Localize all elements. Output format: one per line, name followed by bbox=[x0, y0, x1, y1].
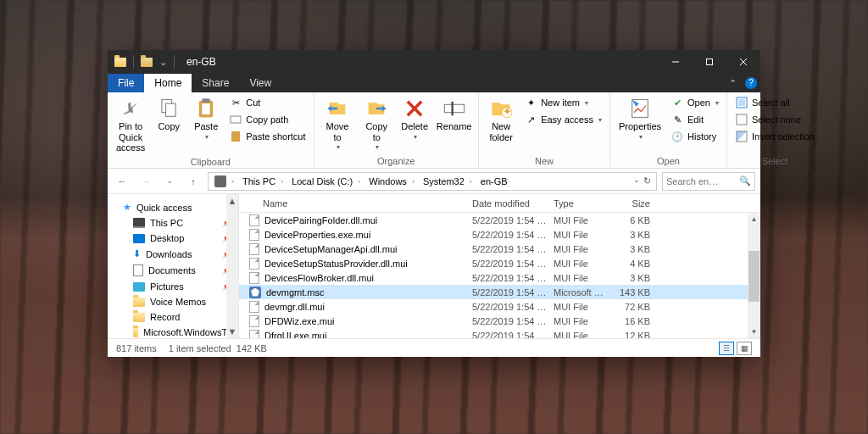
ribbon: Pin to Quick access Copy Paste ▾ ✂Cut Co… bbox=[108, 92, 760, 169]
nav-scrollbar[interactable]: ▲▼ bbox=[226, 194, 238, 338]
breadcrumb-item[interactable]: Windows› bbox=[364, 176, 419, 186]
group-label: Select bbox=[732, 154, 817, 168]
file-row[interactable]: devmgmt.msc5/22/2019 1:54 …Microsoft …14… bbox=[239, 285, 760, 299]
scroll-down-icon[interactable]: ▼ bbox=[748, 326, 760, 338]
easy-access-icon: ↗ bbox=[524, 113, 537, 126]
file-row[interactable]: DfrgUI.exe.mui5/22/2019 1:54 …MUI File12… bbox=[239, 328, 760, 338]
address-dropdown-icon[interactable]: ⌄ bbox=[633, 175, 640, 186]
select-all-icon bbox=[735, 96, 748, 109]
tab-view[interactable]: View bbox=[239, 74, 281, 92]
breadcrumb-root[interactable]: › bbox=[210, 175, 238, 187]
file-icon bbox=[249, 330, 259, 339]
easy-access-button[interactable]: ↗Easy access▾ bbox=[521, 112, 604, 127]
open-button[interactable]: ✔Open▾ bbox=[668, 95, 721, 110]
tab-share[interactable]: Share bbox=[192, 74, 239, 92]
forward-button[interactable]: → bbox=[136, 172, 155, 191]
close-button[interactable] bbox=[726, 50, 760, 74]
copy-path-button[interactable]: Copy path bbox=[226, 112, 308, 127]
column-type[interactable]: Type bbox=[554, 198, 615, 209]
copy-to-button[interactable]: Copy to▾ bbox=[359, 95, 394, 153]
titlebar[interactable]: ⌄ en-GB bbox=[108, 50, 760, 74]
paste-button[interactable]: Paste ▾ bbox=[189, 95, 223, 142]
rename-button[interactable]: Rename bbox=[435, 95, 473, 134]
file-row[interactable]: DeviceSetupManagerApi.dll.mui5/22/2019 1… bbox=[239, 242, 760, 256]
recent-locations-button[interactable]: ⌄ bbox=[160, 172, 179, 191]
search-box[interactable]: 🔍 bbox=[662, 172, 755, 191]
column-headers[interactable]: Name Date modified Type Size bbox=[239, 194, 760, 213]
qat-overflow-icon[interactable]: ⌄ bbox=[159, 57, 167, 68]
column-date[interactable]: Date modified bbox=[472, 198, 554, 209]
properties-button[interactable]: Properties▾ bbox=[615, 95, 665, 142]
nav-quick-access[interactable]: ★Quick access bbox=[108, 199, 238, 215]
file-row[interactable]: DeviceProperties.exe.mui5/22/2019 1:54 …… bbox=[239, 227, 760, 242]
pin-to-quick-access-button[interactable]: Pin to Quick access bbox=[113, 95, 148, 155]
group-label: Clipboard bbox=[113, 155, 309, 169]
file-row[interactable]: DeviceSetupStatusProvider.dll.mui5/22/20… bbox=[239, 256, 760, 270]
tab-home[interactable]: Home bbox=[144, 74, 192, 92]
separator bbox=[133, 55, 134, 69]
explorer-window: ⌄ en-GB File Home Share View ⌃ ? Pin to … bbox=[108, 50, 760, 357]
copy-button[interactable]: Copy bbox=[152, 95, 186, 134]
nav-item[interactable]: Documents📌 bbox=[108, 262, 238, 279]
invert-selection-button[interactable]: Invert selection bbox=[732, 129, 817, 144]
file-row[interactable]: DevicesFlowBroker.dll.mui5/22/2019 1:54 … bbox=[239, 270, 760, 285]
nav-item[interactable]: Voice Memos bbox=[108, 294, 238, 309]
group-label: Organize bbox=[320, 154, 474, 168]
select-none-button[interactable]: Select none bbox=[732, 112, 817, 127]
edit-button[interactable]: ✎Edit bbox=[668, 112, 721, 127]
minimize-button[interactable] bbox=[659, 50, 693, 74]
breadcrumb-item[interactable]: en-GB bbox=[476, 176, 512, 186]
nav-item[interactable]: This PC📌 bbox=[108, 215, 238, 231]
copy-to-icon bbox=[364, 97, 389, 120]
nav-item[interactable]: Pictures📌 bbox=[108, 279, 238, 294]
file-row[interactable]: DFDWiz.exe.mui5/22/2019 1:54 …MUI File16… bbox=[239, 314, 760, 328]
ribbon-collapse-icon[interactable]: ⌃ bbox=[723, 74, 742, 92]
breadcrumb-item[interactable]: System32› bbox=[419, 176, 476, 186]
chevron-down-icon: ▾ bbox=[205, 133, 209, 141]
paste-icon bbox=[193, 97, 219, 120]
scroll-up-icon[interactable]: ▲ bbox=[748, 213, 760, 225]
tab-file[interactable]: File bbox=[108, 74, 144, 92]
file-icon bbox=[249, 315, 259, 327]
scroll-thumb[interactable] bbox=[748, 251, 760, 302]
nav-item[interactable]: ⬇Downloads📌 bbox=[108, 246, 238, 262]
properties-icon bbox=[627, 97, 653, 120]
nav-item[interactable]: Desktop📌 bbox=[108, 231, 238, 246]
move-to-button[interactable]: Move to▾ bbox=[320, 95, 356, 153]
view-details-button[interactable]: ☰ bbox=[719, 342, 734, 355]
navigation-pane[interactable]: ★Quick access This PC📌Desktop📌⬇Downloads… bbox=[108, 194, 239, 338]
qat-folder-icon[interactable] bbox=[141, 58, 153, 67]
file-list[interactable]: DevicePairingFolder.dll.mui5/22/2019 1:5… bbox=[239, 213, 760, 338]
history-button[interactable]: 🕑History bbox=[668, 129, 721, 144]
breadcrumb[interactable]: › This PC› Local Disk (C:)› Windows› Sys… bbox=[208, 172, 657, 191]
delete-button[interactable]: Delete▾ bbox=[398, 95, 431, 142]
maximize-button[interactable] bbox=[693, 50, 726, 74]
nav-item[interactable]: Record bbox=[108, 309, 238, 325]
nav-item[interactable]: Microsoft.WindowsTe bbox=[108, 325, 238, 338]
file-row[interactable]: DevicePairingFolder.dll.mui5/22/2019 1:5… bbox=[239, 213, 760, 227]
content-area: ★Quick access This PC📌Desktop📌⬇Downloads… bbox=[108, 194, 760, 338]
column-name[interactable]: Name bbox=[239, 198, 472, 209]
breadcrumb-item[interactable]: Local Disk (C:)› bbox=[287, 176, 364, 186]
up-button[interactable]: ↑ bbox=[184, 172, 203, 191]
new-folder-button[interactable]: ✦New folder bbox=[484, 95, 518, 144]
file-row[interactable]: devmgr.dll.mui5/22/2019 1:54 …MUI File72… bbox=[239, 299, 760, 314]
paste-shortcut-button[interactable]: Paste shortcut bbox=[226, 129, 308, 144]
window-controls bbox=[659, 50, 760, 74]
refresh-button[interactable]: ↻ bbox=[643, 175, 651, 186]
file-icon bbox=[249, 229, 259, 241]
vertical-scrollbar[interactable]: ▲ ▼ bbox=[748, 213, 760, 338]
select-all-button[interactable]: Select all bbox=[732, 95, 817, 110]
move-icon bbox=[325, 97, 350, 120]
svg-rect-11 bbox=[444, 104, 464, 112]
column-size[interactable]: Size bbox=[615, 198, 665, 209]
search-input[interactable] bbox=[666, 176, 726, 186]
cut-button[interactable]: ✂Cut bbox=[226, 95, 308, 110]
breadcrumb-item[interactable]: This PC› bbox=[238, 176, 287, 186]
svg-rect-18 bbox=[737, 114, 747, 125]
back-button[interactable]: ← bbox=[113, 172, 131, 191]
new-item-button[interactable]: ✦New item▾ bbox=[521, 95, 604, 110]
app-icon bbox=[114, 58, 126, 67]
help-button[interactable]: ? bbox=[742, 74, 760, 92]
view-large-icons-button[interactable]: ▦ bbox=[737, 342, 752, 355]
